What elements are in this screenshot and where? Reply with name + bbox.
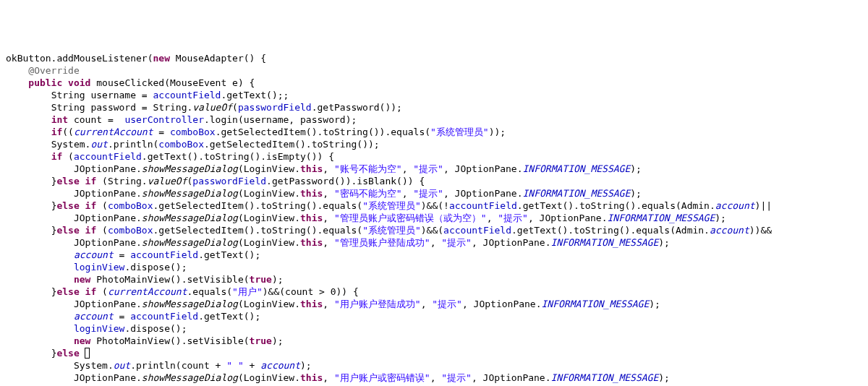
code-line: JOptionPane.showMessageDialog(LoginView.… — [6, 188, 642, 199]
code-line: }else if (String.valueOf(passwordField.g… — [6, 176, 425, 186]
code-line: loginView.dispose(); — [6, 262, 187, 273]
code-line: if (accountField.getText().toString().is… — [6, 151, 334, 162]
code-line: JOptionPane.showMessageDialog(LoginView.… — [6, 372, 670, 383]
code-line: account = accountField.getText(); — [6, 249, 260, 260]
code-line: JOptionPane.showMessageDialog(LoginView.… — [6, 299, 660, 309]
code-line: System.out.println(comboBox.getSelectedI… — [6, 139, 380, 150]
code-line: }else — [6, 348, 90, 359]
code-line: JOptionPane.showMessageDialog(LoginView.… — [6, 213, 726, 223]
code-line: new PhotoMainView().setVisible(true); — [6, 274, 284, 285]
code-line: if((currentAccount = comboBox.getSelecte… — [6, 126, 506, 137]
code-line: public void mouseClicked(MouseEvent e) { — [6, 77, 255, 88]
code-line: new PhotoMainView().setVisible(true); — [6, 335, 284, 346]
code-line: okButton.addMouseListener(new MouseAdapt… — [6, 53, 266, 64]
code-line: }else if (comboBox.getSelectedItem().toS… — [6, 200, 772, 211]
code-line: @Override — [6, 65, 80, 76]
code-line: String username = accountField.getText()… — [6, 90, 289, 100]
code-line: JOptionPane.showMessageDialog(LoginView.… — [6, 163, 642, 174]
code-line: }else if (currentAccount.equals("用户")&&(… — [6, 286, 359, 297]
code-line: System.out.println(count + " " + account… — [6, 360, 312, 371]
code-line: JOptionPane.showMessageDialog(LoginView.… — [6, 237, 670, 248]
code-line: String password = String.valueOf(passwor… — [6, 102, 402, 113]
code-line: int count = userController.login(usernam… — [6, 114, 357, 125]
text-cursor — [85, 348, 90, 359]
code-editor[interactable]: okButton.addMouseListener(new MouseAdapt… — [6, 52, 862, 384]
code-line: account = accountField.getText(); — [6, 311, 260, 322]
code-line: }else if (comboBox.getSelectedItem().toS… — [6, 225, 772, 236]
code-line: loginView.dispose(); — [6, 323, 187, 334]
